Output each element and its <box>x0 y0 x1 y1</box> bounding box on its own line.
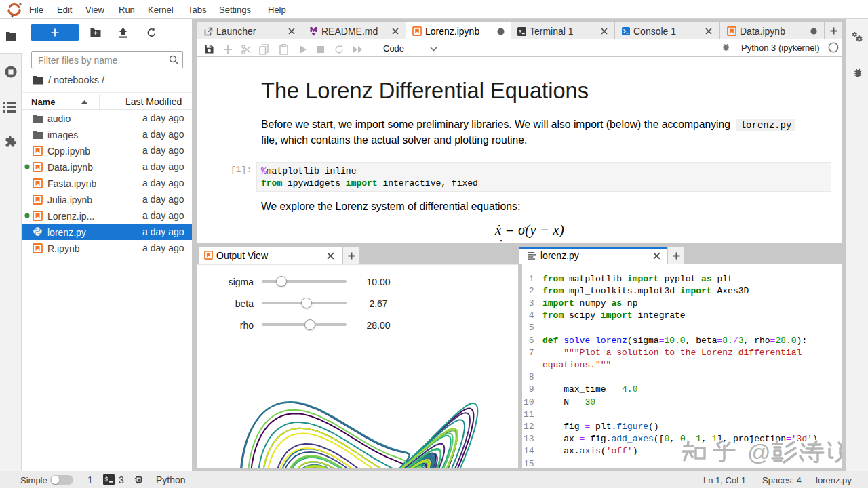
svg-text:$: $ <box>519 29 522 35</box>
svg-text:$: $ <box>104 476 108 483</box>
svg-text:@: @ <box>747 440 771 464</box>
